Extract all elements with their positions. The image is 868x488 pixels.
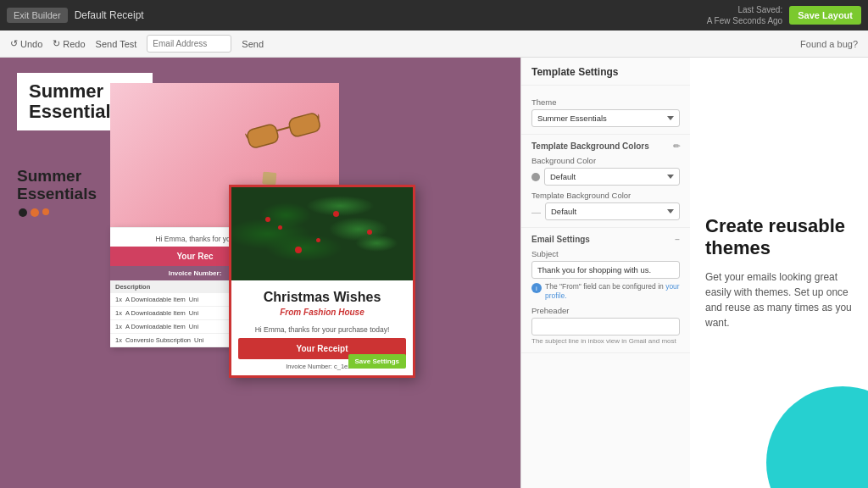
send-test-button[interactable]: Send Test (96, 39, 137, 49)
email-preview-area: SummerEssentials (0, 58, 520, 488)
christmas-subtitle: From Fashion House (231, 308, 413, 322)
svg-rect-5 (262, 171, 276, 185)
info-icon: i (531, 283, 542, 293)
template-bg-label: Template Background Color (531, 191, 680, 200)
berry-1 (265, 217, 270, 222)
secondary-toolbar: ↺ Undo ↻ Redo Send Test Send Found a bug… (0, 30, 868, 58)
background-section-edit-icon[interactable]: ✏ (673, 141, 680, 151)
save-layout-button[interactable]: Save Layout (789, 6, 861, 25)
template-bg-select[interactable]: Default (545, 202, 680, 220)
svg-rect-1 (287, 112, 321, 137)
redo-button[interactable]: ↻ Redo (53, 38, 85, 49)
email-section-minimize-icon[interactable]: − (675, 235, 680, 244)
decoration-dots (19, 208, 49, 217)
background-section-title: Template Background Colors ✏ (531, 141, 680, 151)
bg-color-label: Background Color (531, 156, 680, 165)
sunglasses-icon (241, 99, 326, 164)
teal-circle-decoration (766, 386, 868, 488)
send-button[interactable]: Send (242, 39, 264, 49)
summer-subtitle: SummerEssentials (17, 168, 97, 203)
berry-4 (316, 238, 320, 242)
dot-1 (19, 208, 27, 217)
promo-section: Create reusable themes Get your emails l… (690, 58, 868, 488)
promo-title: Create reusable themes (705, 215, 853, 260)
save-settings-button[interactable]: Save Settings (348, 354, 406, 369)
settings-panel-title: Template Settings (521, 58, 690, 86)
template-bg-row: — Default (531, 202, 680, 220)
last-saved-indicator: Last Saved: A Few Seconds Ago (707, 4, 783, 26)
main-content: SummerEssentials (0, 58, 868, 488)
bg-color-swatch[interactable] (531, 173, 540, 181)
pine-decoration (231, 187, 413, 280)
svg-line-2 (276, 127, 289, 130)
found-bug-link[interactable]: Found a bug? (800, 39, 858, 49)
christmas-image (231, 187, 413, 280)
email-address-input[interactable] (147, 35, 231, 53)
promo-description: Get your emails looking great easily wit… (705, 269, 853, 330)
berry-3 (333, 211, 339, 217)
email-section-title: Email Settings − (531, 235, 680, 244)
profile-info-row: i The "From" field can be configured in … (531, 282, 680, 301)
christmas-title: Christmas Wishes (231, 280, 413, 308)
svg-rect-0 (246, 123, 280, 148)
info-text: The "From" field can be configured in yo… (545, 282, 680, 301)
theme-select[interactable]: Summer Essentials Christmas Default (531, 109, 680, 127)
subject-label: Subject (531, 249, 680, 258)
subject-input[interactable] (531, 261, 680, 279)
theme-label: Theme (531, 97, 680, 107)
berry-2 (278, 225, 282, 230)
preheader-input[interactable] (531, 318, 680, 336)
dot-2 (31, 208, 39, 217)
settings-panel: Template Settings Theme Summer Essential… (520, 58, 690, 488)
undo-button[interactable]: ↺ Undo (10, 38, 42, 49)
document-title: Default Receipt (75, 9, 144, 21)
bg-color-row: Default (531, 168, 680, 186)
email-settings-section: Email Settings − Subject i The "From" fi… (521, 228, 690, 353)
berry-5 (367, 230, 372, 235)
dot-3 (42, 208, 49, 215)
preheader-hint: The subject line in inbox view in Gmail … (531, 337, 680, 346)
berry-6 (295, 247, 302, 253)
bg-color-select[interactable]: Default (544, 168, 680, 186)
exit-builder-button[interactable]: Exit Builder (7, 8, 68, 23)
christmas-hi-text: Hi Emma, thanks for your purchase today! (231, 322, 413, 338)
christmas-card-overlay: Christmas Wishes From Fashion House Hi E… (229, 185, 415, 378)
background-colors-section: Template Background Colors ✏ Background … (521, 135, 690, 228)
preheader-label: Preheader (531, 306, 680, 315)
main-toolbar: Exit Builder Default Receipt Last Saved:… (0, 0, 868, 30)
theme-section: Theme Summer Essentials Christmas Defaul… (521, 86, 690, 135)
